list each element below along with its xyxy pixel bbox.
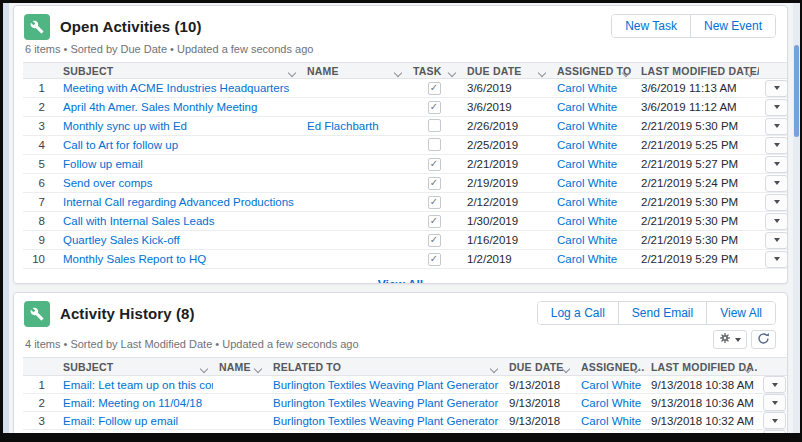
assigned-link[interactable]: Carol White (581, 397, 641, 409)
name-cell (301, 136, 407, 155)
assigned-link[interactable]: Carol White (557, 158, 617, 170)
row-actions-button[interactable] (765, 99, 788, 116)
name-link[interactable]: Ed Flachbarth (307, 120, 379, 132)
row-actions-button[interactable] (765, 194, 788, 211)
column-header-due-date[interactable]: DUE DATE (461, 63, 551, 79)
open-activities-panel: Open Activities (10) New Task New Event … (13, 5, 788, 284)
related-link[interactable]: Burlington Textiles Weaving Plant Genera… (273, 415, 498, 427)
column-header-assigned-to[interactable]: ASSIGNED TO (551, 63, 635, 79)
row-actions-header (759, 63, 788, 79)
task-cell (407, 117, 461, 136)
task-cell: ✓ (407, 174, 461, 193)
related-link[interactable]: Burlington Textiles Weaving Plant Genera… (273, 397, 498, 409)
modified-cell: 2/21/2019 5:30 PM (635, 117, 759, 136)
chevron-down-icon (394, 68, 402, 76)
related-link[interactable]: Burlington Textiles Weaving Plant Genera… (273, 379, 498, 391)
column-header-last-modified[interactable]: LAST MODIFIED DATE/… (635, 63, 759, 79)
subject-link[interactable]: Send over comps (63, 177, 153, 189)
name-cell (301, 193, 407, 212)
row-number-header (23, 358, 57, 376)
row-actions-button[interactable] (765, 80, 788, 97)
action-cell (759, 231, 788, 250)
subject-link[interactable]: Email: Meeting on 11/04/18 (63, 397, 202, 409)
subject-link[interactable]: Quartley Sales Kick-off (63, 234, 180, 246)
assigned-link[interactable]: Carol White (581, 415, 641, 427)
subject-link[interactable]: Internal Call regarding Advanced Product… (63, 196, 294, 208)
subject-cell: April 4th Amer. Sales Monthly Meeting (57, 98, 301, 117)
row-actions-button[interactable] (765, 118, 788, 135)
row-actions-button[interactable] (763, 394, 786, 411)
num-cell: 8 (23, 212, 57, 231)
num-cell: 1 (23, 376, 57, 394)
assigned-link[interactable]: Carol White (557, 101, 617, 113)
assigned-cell: Carol White (551, 98, 635, 117)
subject-link[interactable]: Email: Let team up on this contract (63, 379, 213, 391)
row-actions-button[interactable] (765, 156, 788, 173)
subject-link[interactable]: Email: Follow up email (63, 415, 178, 427)
new-event-button[interactable]: New Event (690, 15, 775, 37)
assigned-cell: Carol White (551, 212, 635, 231)
subject-link[interactable]: Monthly sync up with Ed (63, 120, 187, 132)
assigned-cell: Carol White (551, 250, 635, 269)
modified-cell: 3/6/2019 11:12 AM (635, 98, 759, 117)
row-actions-button[interactable] (763, 376, 786, 393)
column-header-subject[interactable]: SUBJECT (57, 63, 301, 79)
new-task-button[interactable]: New Task (612, 15, 690, 37)
name-cell (213, 376, 267, 394)
column-header-last-modified[interactable]: LAST MODIFIED DA… (645, 358, 757, 376)
assigned-link[interactable]: Carol White (557, 177, 617, 189)
subject-cell: Internal Call regarding Advanced Product… (57, 193, 301, 212)
row-actions-button[interactable] (765, 232, 788, 249)
subject-link[interactable]: Monthly Sales Report to HQ (63, 253, 206, 265)
row-actions-button[interactable] (763, 412, 786, 429)
column-header-assigned-to[interactable]: ASSIGNED… (575, 358, 645, 376)
due-cell: 9/13/2018 (503, 412, 575, 430)
refresh-button[interactable] (751, 330, 776, 349)
name-cell (213, 412, 267, 430)
name-cell (213, 394, 267, 412)
subject-link[interactable]: April 4th Amer. Sales Monthly Meeting (63, 101, 257, 113)
assigned-link[interactable]: Carol White (557, 215, 617, 227)
view-all-link[interactable]: View All (378, 278, 423, 284)
assigned-link[interactable]: Carol White (581, 379, 641, 391)
action-cell (759, 155, 788, 174)
scrollbar-thumb[interactable] (794, 45, 799, 137)
row-actions-button[interactable] (765, 213, 788, 230)
assigned-cell: Carol White (575, 394, 645, 412)
row-actions-button[interactable] (765, 137, 788, 154)
subject-link[interactable]: Follow up email (63, 158, 143, 170)
column-header-due-date[interactable]: DUE DATE (503, 358, 575, 376)
column-header-related-to[interactable]: RELATED TO (267, 358, 503, 376)
column-header-name[interactable]: NAME (301, 63, 407, 79)
assigned-link[interactable]: Carol White (557, 82, 617, 94)
column-header-subject[interactable]: SUBJECT (57, 358, 213, 376)
name-cell (301, 79, 407, 98)
column-header-name[interactable]: NAME (213, 358, 267, 376)
view-all-button[interactable]: View All (706, 302, 775, 324)
assigned-link[interactable]: Carol White (557, 139, 617, 151)
row-actions-header (757, 358, 788, 376)
subject-link[interactable]: Meeting with ACME Industries Headquarter… (63, 82, 289, 94)
related-cell: Burlington Textiles Weaving Plant Genera… (267, 412, 503, 430)
assigned-link[interactable]: Carol White (557, 253, 617, 265)
task-cell: ✓ (407, 250, 461, 269)
num-cell: 3 (23, 412, 57, 430)
assigned-link[interactable]: Carol White (557, 196, 617, 208)
send-email-button[interactable]: Send Email (618, 302, 706, 324)
assigned-cell: Carol White (551, 79, 635, 98)
subject-link[interactable]: Call to Art for follow up (63, 139, 178, 151)
scrollbar[interactable] (793, 3, 800, 433)
assigned-link[interactable]: Carol White (557, 120, 617, 132)
table-row: 3Email: Follow up emailBurlington Textil… (23, 412, 788, 430)
column-header-task[interactable]: TASK (407, 63, 461, 79)
subject-link[interactable]: Call with Internal Sales Leads (63, 215, 215, 227)
log-a-call-button[interactable]: Log a Call (538, 302, 618, 324)
assigned-link[interactable]: Carol White (557, 234, 617, 246)
row-actions-button[interactable] (765, 175, 788, 192)
num-cell: 10 (23, 250, 57, 269)
row-actions-button[interactable] (765, 251, 788, 268)
table-row: 9Quartley Sales Kick-off✓1/16/2019Carol … (23, 231, 788, 250)
subject-cell: Monthly sync up with Ed (57, 117, 301, 136)
settings-gear-button[interactable] (713, 330, 747, 349)
action-cell (757, 394, 788, 412)
